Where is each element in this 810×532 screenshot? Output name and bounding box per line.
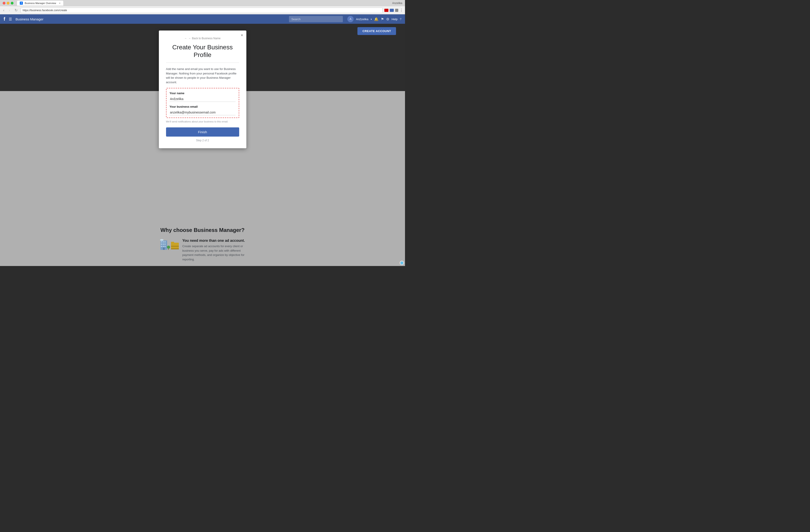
topbar-username: Anžzelika <box>356 17 369 21</box>
browser-titlebar: f Business Manager Overview ✕ Anzelika <box>0 0 405 6</box>
finish-button[interactable]: Finish <box>166 128 239 137</box>
window-controls <box>3 2 14 4</box>
tab-favicon: f <box>20 2 23 5</box>
fb-topbar: f ☰ Business Manager A Anžzelika ▾ 🔔 ⚑ ⚙… <box>0 14 405 24</box>
back-btn[interactable]: ‹ <box>2 8 5 13</box>
tab-close-btn[interactable]: ✕ <box>59 2 61 4</box>
url-text: https://business.facebook.com/create <box>23 9 67 12</box>
hamburger-icon[interactable]: ☰ <box>9 17 12 21</box>
modal-divider <box>166 63 239 63</box>
help-icon[interactable]: ? <box>400 17 401 21</box>
close-window-btn[interactable] <box>3 2 5 4</box>
bookmark-icon[interactable]: ⚑ <box>381 17 384 21</box>
business-manager-title: Business Manager <box>15 17 43 21</box>
fb-logo-icon: f <box>4 16 5 22</box>
modal-overlay: × ← ← Back to Business Name Create Your … <box>0 24 405 266</box>
page-content: Why choose Business Manager? <box>0 24 405 266</box>
minimize-window-btn[interactable] <box>7 2 10 4</box>
browser-user-name: Anzelika <box>392 2 402 5</box>
settings-icon[interactable]: ⚙ <box>386 17 389 21</box>
fullscreen-window-btn[interactable] <box>11 2 14 4</box>
name-input[interactable] <box>169 96 236 102</box>
help-label[interactable]: Help <box>391 17 398 21</box>
email-label: Your business email <box>169 105 236 108</box>
modal-dialog: × ← ← Back to Business Name Create Your … <box>159 31 246 148</box>
user-avatar[interactable]: A <box>347 16 354 22</box>
browser-chrome: f Business Manager Overview ✕ Anzelika ‹… <box>0 0 405 14</box>
search-input[interactable] <box>289 16 343 22</box>
modal-back-link[interactable]: ← ← Back to Business Name <box>166 37 239 40</box>
toolbar-icons: ⋮ <box>384 8 403 12</box>
extension-icon-1[interactable] <box>384 9 388 12</box>
back-label: ← Back to Business Name <box>189 37 221 40</box>
back-arrow-icon: ← <box>184 37 187 40</box>
refresh-btn[interactable]: ↻ <box>13 7 19 13</box>
address-bar[interactable]: https://business.facebook.com/create <box>21 7 383 13</box>
extension-icon-3[interactable] <box>395 9 398 12</box>
forward-btn[interactable]: › <box>7 8 11 13</box>
user-dropdown-icon[interactable]: ▾ <box>371 18 372 20</box>
modal-description: Add the name and email you want to use f… <box>166 67 239 84</box>
browser-tab[interactable]: f Business Manager Overview ✕ <box>17 1 63 5</box>
helper-text: We'll send notifications about your busi… <box>166 120 239 123</box>
step-indicator: Step 2 of 2 <box>166 139 239 142</box>
topbar-actions: A Anžzelika ▾ 🔔 ⚑ ⚙ Help ? <box>347 16 401 22</box>
name-label: Your name <box>169 92 236 95</box>
email-input[interactable] <box>169 110 236 115</box>
tab-title: Business Manager Overview <box>25 2 56 4</box>
form-section: Your name Your business email <box>166 88 239 118</box>
more-options-btn[interactable]: ⋮ <box>400 8 403 12</box>
browser-toolbar: ‹ › ↻ https://business.facebook.com/crea… <box>0 6 405 14</box>
modal-close-btn[interactable]: × <box>241 33 243 37</box>
notifications-icon[interactable]: 🔔 <box>374 17 378 21</box>
modal-title: Create Your Business Profile <box>166 44 239 59</box>
extension-icon-2[interactable] <box>390 9 394 12</box>
